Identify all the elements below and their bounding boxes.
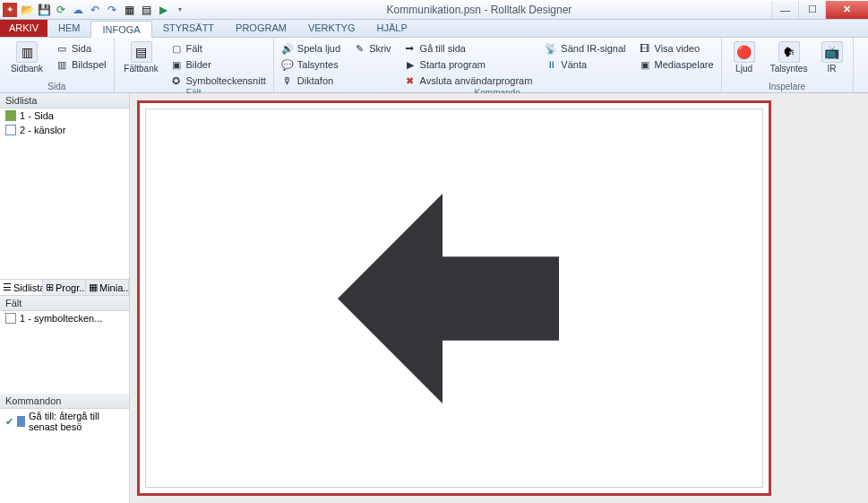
- qat-save-icon[interactable]: 💾: [37, 3, 51, 17]
- record-ir-icon: 📺: [821, 41, 843, 63]
- sidetab-miniatyr[interactable]: ▦Minia...: [86, 280, 129, 295]
- qat-cloud-icon[interactable]: ☁: [71, 3, 85, 17]
- maximize-button[interactable]: ☐: [798, 1, 825, 19]
- bilder-button[interactable]: ▣Bilder: [170, 57, 266, 72]
- wait-icon: ⏸: [545, 58, 557, 71]
- video-icon: 🎞: [639, 42, 651, 55]
- start-program-icon: ▶: [404, 58, 417, 71]
- bildspel-button[interactable]: ▥Bildspel: [56, 57, 107, 72]
- ribbon-group-sida: ▥ Sidbank ▭Sida ▥Bildspel Sida: [0, 38, 115, 92]
- record-audio-icon: 🔴: [734, 41, 755, 63]
- ribbon-group-kommando: 🔊Spela ljud 💬Talsyntes 🎙Diktafon ✎Skriv …: [274, 38, 722, 92]
- group-label-inspelare: Inspelare: [729, 82, 846, 92]
- faltbank-button[interactable]: ▤ Fältbank: [122, 39, 161, 88]
- ir-icon: 📡: [545, 42, 557, 55]
- qat-tool1-icon[interactable]: ▦: [122, 3, 136, 17]
- left-sidebar: Sidlista 1 - Sida 2 - känslor ☰Sidlista …: [0, 93, 130, 503]
- qat-refresh-icon[interactable]: ⟳: [54, 3, 68, 17]
- qat-redo-icon[interactable]: ↷: [105, 3, 119, 17]
- sand-ir-button[interactable]: 📡Sänd IR-signal: [545, 41, 625, 56]
- vanta-button[interactable]: ⏸Vänta: [545, 57, 625, 72]
- close-button[interactable]: ✕: [825, 1, 868, 19]
- ir-recorder-button[interactable]: 📺 IR: [819, 39, 846, 74]
- slideshow-icon: ▥: [56, 58, 68, 71]
- check-icon: ✔: [5, 416, 13, 428]
- ribbon: ▥ Sidbank ▭Sida ▥Bildspel Sida ▤ Fältban…: [0, 38, 868, 93]
- qat-dropdown-icon[interactable]: ▾: [173, 3, 187, 17]
- app-icon: ✦: [3, 3, 17, 17]
- title-bar: ✦ 📂 💾 ⟳ ☁ ↶ ↷ ▦ ▤ ▶ ▾ Kommunikation.psn …: [0, 0, 868, 20]
- sidlista-header: Sidlista: [0, 93, 129, 108]
- canvas-area: [130, 93, 778, 503]
- page-item-1[interactable]: 1 - Sida: [0, 108, 129, 123]
- faltbank-icon: ▤: [131, 41, 152, 63]
- spela-ljud-button[interactable]: 🔊Spela ljud: [281, 41, 340, 56]
- svg-marker-0: [338, 194, 559, 403]
- tab-infoga[interactable]: INFOGA: [90, 21, 151, 38]
- starta-program-button[interactable]: ▶Starta program: [404, 57, 533, 72]
- mediaspelare-button[interactable]: ▣Mediaspelare: [639, 57, 714, 72]
- right-gutter: [778, 93, 868, 503]
- dictaphone-icon: 🎙: [281, 74, 294, 87]
- group-label-sida: Sida: [7, 82, 107, 92]
- tts-icon: 💬: [281, 58, 294, 71]
- write-icon: ✎: [353, 42, 365, 55]
- exit-program-icon: ✖: [404, 74, 417, 87]
- falt-panel: 1 - symboltecken...: [0, 311, 129, 394]
- symbolteckensnitt-button[interactable]: ✪Symbolteckensnitt: [170, 74, 266, 88]
- window-buttons: — ☐ ✕: [771, 1, 868, 19]
- quick-access-toolbar: ✦ 📂 💾 ⟳ ☁ ↶ ↷ ▦ ▤ ▶ ▾: [3, 3, 187, 17]
- tab-program[interactable]: PROGRAM: [225, 20, 297, 37]
- visa-video-button[interactable]: 🎞Visa video: [639, 41, 714, 56]
- page-canvas[interactable]: [137, 100, 771, 496]
- avsluta-program-button[interactable]: ✖Avsluta användarprogram: [404, 74, 533, 88]
- falt-item-1[interactable]: 1 - symboltecken...: [0, 311, 129, 325]
- page-icon: [5, 125, 16, 135]
- sound-icon: 🔊: [281, 42, 294, 55]
- falt-button[interactable]: ▢Fält: [170, 41, 266, 56]
- window-title: Kommunikation.psn - Rolltalk Designer: [187, 4, 771, 16]
- page-icon: [5, 110, 16, 121]
- ribbon-tabs: ARKIV HEM INFOGA STYRSÄTT PROGRAM VERKTY…: [0, 20, 868, 38]
- talsyntes-button[interactable]: 💬Talsyntes: [281, 57, 340, 72]
- ribbon-group-falt: ▤ Fältbank ▢Fält ▣Bilder ✪Symbolteckensn…: [115, 38, 274, 92]
- main-area: Sidlista 1 - Sida 2 - känslor ☰Sidlista …: [0, 93, 868, 503]
- back-arrow-icon: [338, 182, 571, 415]
- goto-icon: [17, 416, 25, 427]
- thumb-icon: ▦: [89, 282, 98, 293]
- page-item-2[interactable]: 2 - känslor: [0, 123, 129, 137]
- qat-play-icon[interactable]: ▶: [156, 3, 170, 17]
- side-panel-tabs: ☰Sidlista ⊞Progr... ▦Minia...: [0, 279, 129, 296]
- tab-hem[interactable]: HEM: [47, 20, 90, 37]
- diktafon-button[interactable]: 🎙Diktafon: [281, 74, 340, 88]
- sidetab-program[interactable]: ⊞Progr...: [43, 280, 86, 295]
- skriv-button[interactable]: ✎Skriv: [353, 41, 391, 56]
- sidetab-sidlista[interactable]: ☰Sidlista: [0, 280, 43, 295]
- tree-icon: ⊞: [46, 282, 54, 293]
- tab-styrsatt[interactable]: STYRSÄTT: [152, 20, 225, 37]
- talsyntes-recorder-button[interactable]: 🗣 Talsyntes: [769, 39, 810, 74]
- tab-hjalp[interactable]: HJÄLP: [366, 20, 418, 37]
- qat-undo-icon[interactable]: ↶: [88, 3, 102, 17]
- tab-verktyg[interactable]: VERKTYG: [297, 20, 366, 37]
- record-tts-icon: 🗣: [778, 41, 800, 63]
- file-tab[interactable]: ARKIV: [0, 20, 47, 37]
- qat-tool2-icon[interactable]: ▤: [139, 3, 153, 17]
- qat-open-icon[interactable]: 📂: [20, 3, 34, 17]
- ga-till-sida-button[interactable]: ⮕Gå till sida: [404, 41, 533, 56]
- sidbank-icon: ▥: [16, 41, 38, 63]
- symbolfont-icon: ✪: [170, 74, 183, 87]
- kommandon-panel: ✔Gå till: återgå till senast besö: [0, 409, 129, 503]
- goto-icon: ⮕: [404, 42, 417, 55]
- sida-button[interactable]: ▭Sida: [56, 41, 107, 56]
- field-icon: ▢: [170, 42, 183, 55]
- minimize-button[interactable]: —: [771, 1, 798, 19]
- falt-header: Fält: [0, 296, 129, 311]
- kommando-item-1[interactable]: ✔Gå till: återgå till senast besö: [0, 409, 129, 434]
- images-icon: ▣: [170, 58, 183, 71]
- page-icon: ▭: [56, 42, 68, 55]
- sidbank-button[interactable]: ▥ Sidbank: [7, 39, 47, 74]
- ljud-recorder-button[interactable]: 🔴 Ljud: [729, 39, 760, 74]
- field-icon: [5, 313, 16, 324]
- list-icon: ☰: [3, 282, 12, 293]
